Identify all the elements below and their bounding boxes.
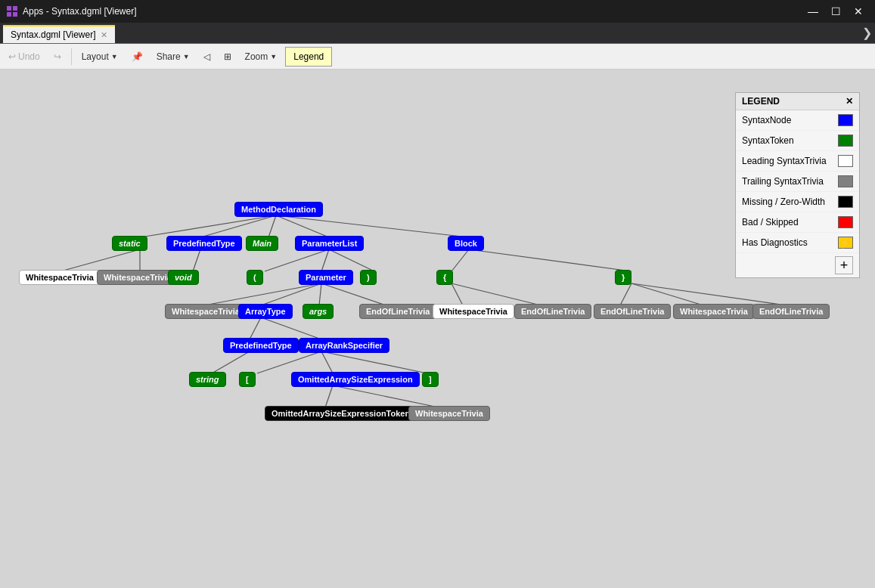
legend-title: LEGEND: [742, 96, 780, 107]
share-button[interactable]: Share ▼: [151, 47, 195, 67]
node-EndOfLineTrivia2[interactable]: EndOfLineTrivia: [514, 304, 591, 319]
title-bar: Apps - Syntax.dgml [Viewer] — ☐ ✕: [0, 0, 875, 23]
app-icon: [6, 5, 18, 17]
node-lbracket[interactable]: [: [239, 372, 256, 387]
legend-add-row: +: [736, 253, 859, 277]
node-ArrayRankSpecifier[interactable]: ArrayRankSpecifier: [299, 338, 389, 353]
node-lbrace[interactable]: {: [436, 270, 453, 285]
node-WhitespaceTrivia3[interactable]: WhitespaceTrivia: [165, 304, 247, 319]
svg-rect-0: [7, 6, 11, 11]
svg-rect-3: [13, 12, 17, 17]
title-bar-left: Apps - Syntax.dgml [Viewer]: [6, 5, 137, 17]
back-icon: ◁: [203, 51, 210, 62]
node-WhitespaceTrivia1[interactable]: WhitespaceTrivia: [19, 270, 101, 285]
restore-button[interactable]: ☐: [825, 0, 846, 23]
legend-trailing-color: [838, 175, 853, 187]
svg-rect-2: [7, 12, 11, 17]
node-PredefinedType1[interactable]: PredefinedType: [166, 236, 242, 251]
graph-button[interactable]: ⊞: [219, 47, 237, 67]
legend-bad-color: [838, 216, 853, 228]
node-MethodDeclaration[interactable]: MethodDeclaration: [234, 202, 323, 217]
legend-syntaxtoken-color: [838, 135, 853, 147]
share-label: Share: [157, 51, 181, 62]
node-Main[interactable]: Main: [246, 236, 278, 251]
legend-syntaxtoken-label: SyntaxToken: [742, 135, 794, 146]
legend-header: LEGEND ✕: [736, 93, 859, 110]
legend-row-syntaxtoken: SyntaxToken: [736, 131, 859, 151]
node-Parameter[interactable]: Parameter: [299, 270, 353, 285]
tab-bar: Syntax.dgml [Viewer] ✕ ❯: [0, 23, 875, 44]
node-ParameterList[interactable]: ParameterList: [295, 236, 364, 251]
legend-add-button[interactable]: +: [835, 256, 853, 274]
legend-bad-label: Bad / Skipped: [742, 217, 799, 227]
legend-button[interactable]: Legend: [285, 47, 332, 67]
svg-rect-1: [13, 6, 17, 11]
undo-icon: ↩: [8, 51, 16, 62]
node-lparen[interactable]: (: [247, 270, 263, 285]
legend-row-syntaxnode: SyntaxNode: [736, 110, 859, 131]
undo-button[interactable]: ↩ Undo: [3, 47, 45, 67]
node-OmittedArraySizeExpressionToken[interactable]: OmittedArraySizeExpressionToken: [265, 406, 417, 421]
legend-row-diagnostics: Has Diagnostics ⚡: [736, 233, 859, 253]
undo-label: Undo: [18, 51, 40, 62]
legend-row-leading: Leading SyntaxTrivia: [736, 151, 859, 172]
sep1: [71, 48, 72, 65]
pin-icon: 📌: [132, 51, 143, 62]
legend-diagnostics-label: Has Diagnostics: [742, 237, 808, 248]
redo-icon: ↪: [54, 51, 61, 62]
legend-row-trailing: Trailing SyntaxTrivia: [736, 172, 859, 192]
tab-label: Syntax.dgml [Viewer]: [11, 29, 96, 40]
legend-missing-color: [838, 196, 853, 208]
node-WhitespaceTrivia5[interactable]: WhitespaceTrivia: [673, 304, 755, 319]
node-EndOfLineTrivia4[interactable]: EndOfLineTrivia: [752, 304, 830, 319]
main-canvas: MethodDeclaration static PredefinedType …: [0, 70, 875, 588]
node-EndOfLineTrivia3[interactable]: EndOfLineTrivia: [594, 304, 671, 319]
legend-leading-label: Leading SyntaxTrivia: [742, 156, 827, 166]
share-arrow: ▼: [183, 53, 190, 60]
tab-scroll-button[interactable]: ❯: [862, 26, 872, 40]
node-rbrace[interactable]: }: [615, 270, 631, 285]
zoom-label: Zoom: [245, 51, 268, 62]
node-PredefinedType2[interactable]: PredefinedType: [223, 338, 299, 353]
legend-row-bad: Bad / Skipped: [736, 212, 859, 233]
tab-syntax-viewer[interactable]: Syntax.dgml [Viewer] ✕: [3, 25, 115, 43]
title-bar-controls: — ☐ ✕: [802, 0, 869, 23]
legend-leading-color: [838, 155, 853, 167]
close-button[interactable]: ✕: [848, 0, 869, 23]
legend-trailing-label: Trailing SyntaxTrivia: [742, 176, 824, 187]
layout-button[interactable]: Layout ▼: [76, 47, 123, 67]
node-WhitespaceTrivia4[interactable]: WhitespaceTrivia: [433, 304, 514, 319]
graph-icon: ⊞: [224, 51, 231, 62]
node-WhitespaceTrivia6[interactable]: WhitespaceTrivia: [408, 406, 490, 421]
pin-button[interactable]: 📌: [126, 47, 148, 67]
legend-diagnostics-color: ⚡: [838, 237, 853, 249]
legend-row-missing: Missing / Zero-Width: [736, 192, 859, 212]
node-static[interactable]: static: [112, 236, 147, 251]
node-OmittedArraySizeExpression[interactable]: OmittedArraySizeExpression: [291, 372, 420, 387]
toolbar: ↩ Undo ↪ Layout ▼ 📌 Share ▼ ◁ ⊞ Zoom ▼ L…: [0, 44, 875, 70]
zoom-arrow: ▼: [270, 53, 277, 60]
node-void[interactable]: void: [168, 270, 199, 285]
node-string[interactable]: string: [189, 372, 226, 387]
zoom-button[interactable]: Zoom ▼: [240, 47, 283, 67]
redo-button[interactable]: ↪: [48, 47, 67, 67]
back-button[interactable]: ◁: [198, 47, 216, 67]
node-args[interactable]: args: [303, 304, 334, 319]
layout-arrow: ▼: [111, 53, 118, 60]
node-ArrayType[interactable]: ArrayType: [238, 304, 293, 319]
legend-syntaxnode-label: SyntaxNode: [742, 115, 791, 125]
title-bar-title: Apps - Syntax.dgml [Viewer]: [23, 6, 137, 17]
node-rbracket[interactable]: ]: [422, 372, 439, 387]
tab-close-button[interactable]: ✕: [101, 30, 107, 40]
legend-panel: LEGEND ✕ SyntaxNode SyntaxToken Leading …: [735, 92, 860, 278]
layout-label: Layout: [82, 51, 109, 62]
legend-missing-label: Missing / Zero-Width: [742, 197, 825, 207]
node-Block[interactable]: Block: [448, 236, 484, 251]
legend-close-button[interactable]: ✕: [846, 96, 853, 107]
node-EndOfLineTrivia1[interactable]: EndOfLineTrivia: [359, 304, 436, 319]
node-WhitespaceTrivia2[interactable]: WhitespaceTrivia: [97, 270, 178, 285]
node-rparen[interactable]: ): [360, 270, 377, 285]
minimize-button[interactable]: —: [802, 0, 824, 23]
legend-syntaxnode-color: [838, 114, 853, 126]
